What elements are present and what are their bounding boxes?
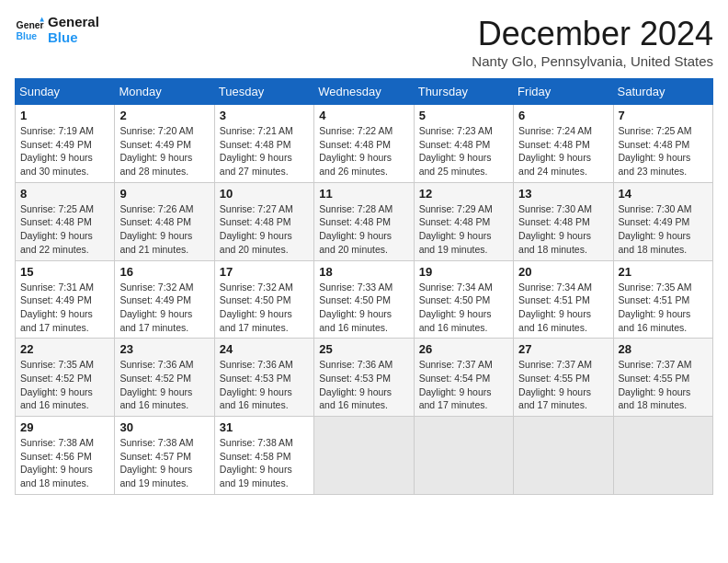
calendar-cell: 23 Sunrise: 7:36 AM Sunset: 4:52 PM Dayl… xyxy=(115,339,214,417)
calendar-cell: 26 Sunrise: 7:37 AM Sunset: 4:54 PM Dayl… xyxy=(414,339,513,417)
month-title: December 2024 xyxy=(472,15,713,53)
day-number: 26 xyxy=(419,342,508,356)
svg-marker-2 xyxy=(40,17,44,21)
day-number: 1 xyxy=(20,109,109,122)
day-number: 22 xyxy=(20,342,109,356)
day-number: 13 xyxy=(518,187,608,201)
day-number: 28 xyxy=(619,342,708,356)
weekday-header-row: SundayMondayTuesdayWednesdayThursdayFrid… xyxy=(16,79,713,105)
day-info: Sunrise: 7:33 AM Sunset: 4:50 PM Dayligh… xyxy=(319,281,408,335)
day-info: Sunrise: 7:29 AM Sunset: 4:48 PM Dayligh… xyxy=(419,202,508,257)
weekday-header-thursday: Thursday xyxy=(414,79,513,105)
day-info: Sunrise: 7:27 AM Sunset: 4:48 PM Dayligh… xyxy=(220,202,309,257)
day-number: 6 xyxy=(518,109,608,122)
weekday-header-monday: Monday xyxy=(115,79,214,105)
calendar-table: SundayMondayTuesdayWednesdayThursdayFrid… xyxy=(15,78,713,495)
day-number: 2 xyxy=(119,109,209,122)
calendar-cell: 14 Sunrise: 7:30 AM Sunset: 4:49 PM Dayl… xyxy=(613,182,712,260)
day-number: 19 xyxy=(419,265,508,279)
weekday-header-wednesday: Wednesday xyxy=(314,79,414,105)
day-info: Sunrise: 7:36 AM Sunset: 4:53 PM Dayligh… xyxy=(220,358,309,412)
day-info: Sunrise: 7:31 AM Sunset: 4:49 PM Dayligh… xyxy=(20,281,109,335)
calendar-cell: 24 Sunrise: 7:36 AM Sunset: 4:53 PM Dayl… xyxy=(214,339,313,417)
day-info: Sunrise: 7:25 AM Sunset: 4:48 PM Dayligh… xyxy=(619,124,708,178)
calendar-cell: 20 Sunrise: 7:34 AM Sunset: 4:51 PM Dayl… xyxy=(514,260,613,339)
calendar-cell: 29 Sunrise: 7:38 AM Sunset: 4:56 PM Dayl… xyxy=(16,417,115,495)
calendar-week-5: 29 Sunrise: 7:38 AM Sunset: 4:56 PM Dayl… xyxy=(16,417,713,495)
day-info: Sunrise: 7:28 AM Sunset: 4:48 PM Dayligh… xyxy=(319,202,408,257)
day-number: 20 xyxy=(518,265,608,279)
day-number: 3 xyxy=(220,109,309,122)
day-number: 10 xyxy=(220,187,309,201)
day-info: Sunrise: 7:36 AM Sunset: 4:53 PM Dayligh… xyxy=(319,358,408,412)
calendar-cell: 4 Sunrise: 7:22 AM Sunset: 4:48 PM Dayli… xyxy=(314,105,414,183)
calendar-cell: 22 Sunrise: 7:35 AM Sunset: 4:52 PM Dayl… xyxy=(16,339,115,417)
logo-line1: General xyxy=(48,15,99,30)
calendar-cell: 1 Sunrise: 7:19 AM Sunset: 4:49 PM Dayli… xyxy=(16,105,115,183)
day-number: 23 xyxy=(119,342,209,356)
calendar-cell: 5 Sunrise: 7:23 AM Sunset: 4:48 PM Dayli… xyxy=(414,105,513,183)
calendar-cell: 15 Sunrise: 7:31 AM Sunset: 4:49 PM Dayl… xyxy=(16,260,115,339)
day-info: Sunrise: 7:37 AM Sunset: 4:54 PM Dayligh… xyxy=(419,358,508,412)
day-number: 27 xyxy=(518,342,608,356)
calendar-cell: 11 Sunrise: 7:28 AM Sunset: 4:48 PM Dayl… xyxy=(314,182,414,260)
day-info: Sunrise: 7:34 AM Sunset: 4:50 PM Dayligh… xyxy=(419,281,508,335)
day-number: 7 xyxy=(619,109,708,122)
day-number: 21 xyxy=(619,265,708,279)
calendar-cell: 7 Sunrise: 7:25 AM Sunset: 4:48 PM Dayli… xyxy=(613,105,712,183)
weekday-header-friday: Friday xyxy=(514,79,613,105)
day-info: Sunrise: 7:30 AM Sunset: 4:48 PM Dayligh… xyxy=(518,202,608,257)
calendar-cell: 27 Sunrise: 7:37 AM Sunset: 4:55 PM Dayl… xyxy=(514,339,613,417)
day-info: Sunrise: 7:35 AM Sunset: 4:51 PM Dayligh… xyxy=(619,281,708,335)
calendar-cell: 12 Sunrise: 7:29 AM Sunset: 4:48 PM Dayl… xyxy=(414,182,513,260)
day-number: 25 xyxy=(319,342,408,356)
calendar-cell xyxy=(414,417,513,495)
day-info: Sunrise: 7:36 AM Sunset: 4:52 PM Dayligh… xyxy=(119,358,209,412)
day-number: 8 xyxy=(20,187,109,201)
calendar-cell: 16 Sunrise: 7:32 AM Sunset: 4:49 PM Dayl… xyxy=(115,260,214,339)
day-info: Sunrise: 7:25 AM Sunset: 4:48 PM Dayligh… xyxy=(20,202,109,257)
calendar-cell: 19 Sunrise: 7:34 AM Sunset: 4:50 PM Dayl… xyxy=(414,260,513,339)
calendar-cell: 30 Sunrise: 7:38 AM Sunset: 4:57 PM Dayl… xyxy=(115,417,214,495)
day-info: Sunrise: 7:34 AM Sunset: 4:51 PM Dayligh… xyxy=(518,281,608,335)
day-info: Sunrise: 7:19 AM Sunset: 4:49 PM Dayligh… xyxy=(20,124,109,178)
calendar-week-2: 8 Sunrise: 7:25 AM Sunset: 4:48 PM Dayli… xyxy=(16,182,713,260)
day-info: Sunrise: 7:30 AM Sunset: 4:49 PM Dayligh… xyxy=(619,202,708,257)
day-info: Sunrise: 7:24 AM Sunset: 4:48 PM Dayligh… xyxy=(518,124,608,178)
day-info: Sunrise: 7:32 AM Sunset: 4:49 PM Dayligh… xyxy=(119,281,209,335)
day-info: Sunrise: 7:26 AM Sunset: 4:48 PM Dayligh… xyxy=(119,202,209,257)
day-number: 18 xyxy=(319,265,408,279)
day-number: 24 xyxy=(220,342,309,356)
weekday-header-saturday: Saturday xyxy=(613,79,712,105)
day-number: 17 xyxy=(220,265,309,279)
calendar-cell: 31 Sunrise: 7:38 AM Sunset: 4:58 PM Dayl… xyxy=(214,417,313,495)
calendar-cell: 6 Sunrise: 7:24 AM Sunset: 4:48 PM Dayli… xyxy=(514,105,613,183)
weekday-header-sunday: Sunday xyxy=(16,79,115,105)
day-number: 29 xyxy=(20,420,109,434)
day-number: 9 xyxy=(119,187,209,201)
day-info: Sunrise: 7:20 AM Sunset: 4:49 PM Dayligh… xyxy=(119,124,209,178)
day-number: 4 xyxy=(319,109,408,122)
day-number: 14 xyxy=(619,187,708,201)
calendar-cell: 17 Sunrise: 7:32 AM Sunset: 4:50 PM Dayl… xyxy=(214,260,313,339)
page-header: General Blue General Blue December 2024 … xyxy=(15,15,713,69)
day-number: 16 xyxy=(119,265,209,279)
day-info: Sunrise: 7:37 AM Sunset: 4:55 PM Dayligh… xyxy=(518,358,608,412)
calendar-week-3: 15 Sunrise: 7:31 AM Sunset: 4:49 PM Dayl… xyxy=(16,260,713,339)
day-info: Sunrise: 7:38 AM Sunset: 4:58 PM Dayligh… xyxy=(220,436,309,490)
calendar-cell: 13 Sunrise: 7:30 AM Sunset: 4:48 PM Dayl… xyxy=(514,182,613,260)
day-number: 15 xyxy=(20,265,109,279)
day-info: Sunrise: 7:23 AM Sunset: 4:48 PM Dayligh… xyxy=(419,124,508,178)
svg-text:General: General xyxy=(17,20,44,30)
day-number: 30 xyxy=(119,420,209,434)
day-info: Sunrise: 7:38 AM Sunset: 4:57 PM Dayligh… xyxy=(119,436,209,490)
calendar-cell: 2 Sunrise: 7:20 AM Sunset: 4:49 PM Dayli… xyxy=(115,105,214,183)
title-section: December 2024 Nanty Glo, Pennsylvania, U… xyxy=(472,15,713,69)
calendar-cell: 28 Sunrise: 7:37 AM Sunset: 4:55 PM Dayl… xyxy=(613,339,712,417)
day-number: 5 xyxy=(419,109,508,122)
logo-icon: General Blue xyxy=(15,16,44,45)
day-info: Sunrise: 7:21 AM Sunset: 4:48 PM Dayligh… xyxy=(220,124,309,178)
calendar-week-4: 22 Sunrise: 7:35 AM Sunset: 4:52 PM Dayl… xyxy=(16,339,713,417)
calendar-cell: 3 Sunrise: 7:21 AM Sunset: 4:48 PM Dayli… xyxy=(214,105,313,183)
logo: General Blue General Blue xyxy=(15,15,99,45)
